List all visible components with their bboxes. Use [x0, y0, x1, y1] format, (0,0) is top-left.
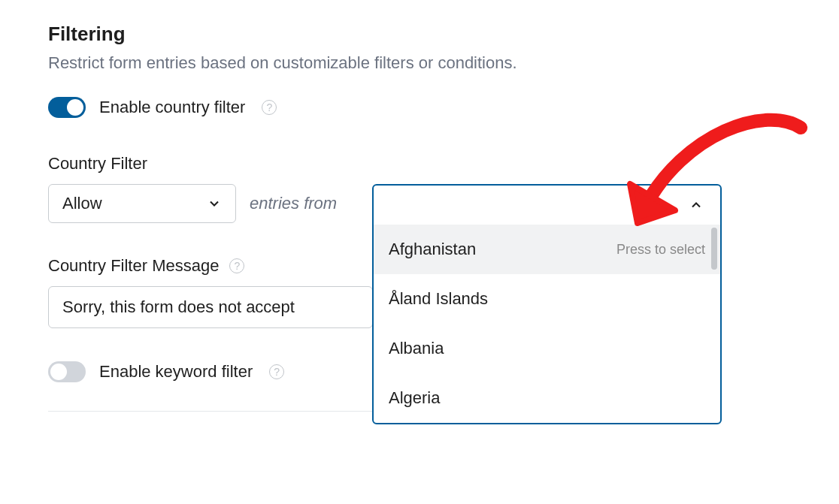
country-filter-toggle[interactable]	[48, 97, 86, 118]
section-description: Restrict form entries based on customiza…	[48, 53, 791, 73]
country-option[interactable]: Åland Islands	[374, 274, 720, 324]
country-filter-label: Country Filter	[48, 154, 791, 174]
divider	[48, 411, 376, 412]
section-title: Filtering	[48, 23, 791, 46]
country-dropdown: Afghanistan Press to select Åland Island…	[372, 184, 722, 424]
help-icon[interactable]: ?	[229, 258, 244, 273]
country-option-label: Afghanistan	[389, 240, 476, 259]
country-option[interactable]: Afghanistan Press to select	[374, 225, 720, 274]
country-option[interactable]: Albania	[374, 324, 720, 373]
country-filter-toggle-row: Enable country filter ?	[48, 97, 791, 118]
chevron-up-icon	[689, 198, 704, 213]
press-to-select-hint: Press to select	[616, 242, 705, 258]
allow-deny-value: Allow	[62, 194, 102, 213]
country-dropdown-header[interactable]	[374, 186, 720, 225]
country-filter-section: Country Filter Allow entries from Afghan…	[48, 154, 791, 412]
allow-deny-select[interactable]: Allow	[48, 184, 236, 223]
country-filter-toggle-label: Enable country filter	[99, 98, 245, 117]
country-option-label: Åland Islands	[389, 289, 488, 309]
keyword-filter-toggle[interactable]	[48, 361, 86, 382]
help-icon[interactable]: ?	[262, 100, 277, 115]
country-dropdown-list: Afghanistan Press to select Åland Island…	[374, 225, 720, 423]
help-icon[interactable]: ?	[269, 364, 284, 379]
country-filter-message-label-text: Country Filter Message	[48, 256, 219, 276]
keyword-filter-toggle-label: Enable keyword filter	[99, 362, 253, 382]
entries-from-text: entries from	[250, 194, 337, 213]
toggle-knob	[50, 364, 67, 380]
country-option-label: Albania	[389, 339, 444, 358]
toggle-knob	[67, 99, 83, 116]
scrollbar[interactable]	[711, 228, 717, 270]
country-option-label: Algeria	[389, 388, 440, 408]
country-option[interactable]: Algeria	[374, 373, 720, 423]
country-filter-row: Allow entries from Afghanistan Press to …	[48, 184, 791, 223]
country-filter-message-input[interactable]	[48, 286, 373, 328]
chevron-down-icon	[207, 196, 222, 211]
